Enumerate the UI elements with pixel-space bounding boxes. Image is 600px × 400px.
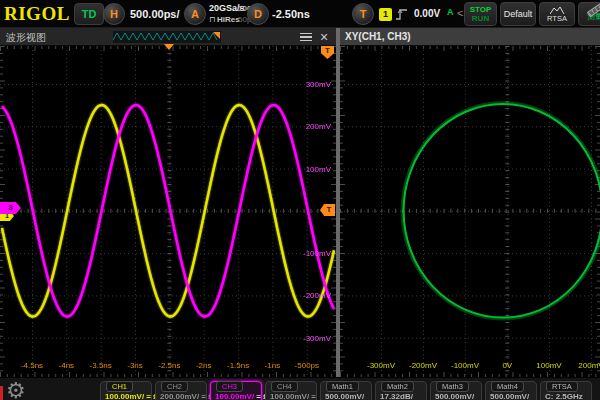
time-axis-label: -500ps (295, 361, 319, 370)
close-icon[interactable]: × (316, 29, 332, 45)
scale-text: 100.00mV/ (270, 392, 309, 400)
oscilloscope-screen: RIGOL TD H 500.00ps/ A 20GSa/s ⊓ HiRes 1… (0, 0, 600, 400)
time-axis-label: -1.5ns (227, 361, 249, 370)
menu-icon[interactable] (298, 31, 314, 43)
xy-axis-label: -300mV (367, 361, 395, 370)
channel-tab: Math4 (491, 381, 524, 392)
xy-axis-label: 100mV (536, 361, 561, 370)
timebase-value[interactable]: 500.00ps/ (130, 8, 180, 20)
channel-scale-value: 200.00mV/= Ω (160, 392, 214, 400)
stop-run-button[interactable]: STOP RUN (464, 2, 497, 26)
channel-scale-value: 100.00mV/= (270, 392, 316, 400)
channel-box-ch4[interactable]: CH4100.00mV/= (265, 381, 317, 400)
channel-box-math1[interactable]: Math1500.00mV/ (320, 381, 372, 400)
channel-box-rtsa[interactable]: RTSAC: 2.5GHz (540, 381, 592, 400)
collapse-chevron[interactable]: < (457, 7, 463, 19)
coupling-impedance-text: = (311, 392, 316, 400)
acq-mode: HiRes (217, 15, 240, 24)
time-axis-label: -2.5ns (158, 361, 180, 370)
trigger-status-button[interactable]: TD (74, 3, 104, 25)
delay-knob[interactable]: D (247, 3, 269, 25)
channel-scale-value: 100.00mV/= Ω (215, 392, 269, 400)
xy-axis-label: 200mV (578, 361, 600, 370)
time-axis-label: -3ns (127, 361, 143, 370)
scale-text: 200.00mV/ (160, 392, 199, 400)
xy-axis-label: -100mV (451, 361, 479, 370)
rtsa-button[interactable]: RTSA (539, 2, 575, 26)
header-bar: RIGOL TD H 500.00ps/ A 20GSa/s ⊓ HiRes 1… (0, 0, 600, 28)
xy-axis-label: -200mV (409, 361, 437, 370)
time-axis-label: -1ns (265, 361, 281, 370)
rtsa-label: RTSA (547, 15, 567, 23)
xyview-title: XY(CH1, CH3) (345, 31, 411, 42)
measure-button[interactable]: 测量 (578, 2, 600, 26)
time-axis-label: -4ns (59, 361, 75, 370)
status-bar: ⚙ CH1100.00mV/= ΩCH2200.00mV/= ΩCH3100.0… (0, 377, 600, 400)
run-label: RUN (472, 14, 489, 23)
scale-text: 500.00mV/ (490, 392, 529, 400)
channel-box-math3[interactable]: Math3500.00mV/ (430, 381, 482, 400)
channel-scale-value: 500.00mV/ (435, 392, 476, 400)
time-axis-label: -3.5ns (90, 361, 112, 370)
trigger-knob[interactable]: T (352, 3, 374, 25)
channel-tab: Math2 (381, 381, 414, 392)
channel-scale-value: 500.00mV/ (325, 392, 366, 400)
scale-text: 500.00mV/ (435, 392, 474, 400)
channel-tab: CH4 (271, 381, 298, 392)
default-button[interactable]: Default (500, 2, 536, 26)
channel-box-math2[interactable]: Math217.32dB/ (375, 381, 427, 400)
horizontal-position-indicator (164, 44, 174, 50)
scale-text: 100.00mV/ (215, 392, 254, 400)
voltage-axis-label: 300mV (293, 80, 331, 89)
channel-tab: CH3 (216, 381, 243, 392)
rigol-logo: RIGOL (4, 3, 70, 25)
time-axis-label: -4.5ns (21, 361, 43, 370)
gear-icon[interactable]: ⚙ (6, 378, 26, 400)
voltage-axis-label: -100mV (293, 249, 331, 258)
channel-tab: Math1 (326, 381, 359, 392)
scale-text: 17.32dB/ (380, 392, 413, 400)
waveform-preview-strip[interactable] (113, 31, 221, 43)
channel-scale-value: C: 2.5GHz (545, 392, 585, 400)
time-axis-label: -2ns (196, 361, 212, 370)
channel-box-ch3[interactable]: CH3100.00mV/= Ω (210, 381, 262, 400)
waveview-title: 波形视图 (6, 31, 46, 45)
xyview-titlebar: XY(CH1, CH3) (340, 28, 600, 46)
delay-value[interactable]: -2.50ns (272, 8, 310, 20)
stop-label: STOP (470, 5, 492, 14)
trigger-source-badge[interactable]: 1 (379, 8, 392, 21)
rising-edge-icon (395, 7, 408, 21)
channel-box-ch2[interactable]: CH2200.00mV/= Ω (155, 381, 207, 400)
trigger-level-value[interactable]: 0.00V (414, 8, 440, 19)
channel-tab: RTSA (546, 381, 578, 392)
edge-indicator (0, 386, 3, 400)
scale-text: 100.00mV/ (105, 392, 144, 400)
hires-icon: ⊓ (209, 15, 215, 24)
channel-tab: Math3 (436, 381, 469, 392)
scale-text: 500.00mV/ (325, 392, 364, 400)
scale-text: C: 2.5GHz (545, 392, 583, 400)
acquire-knob[interactable]: A (184, 3, 206, 25)
channel-scale-value: 17.32dB/ (380, 392, 415, 400)
voltage-axis-label: -200mV (293, 291, 331, 300)
channel-tab: CH2 (161, 381, 188, 392)
channel-box-ch1[interactable]: CH1100.00mV/= Ω (100, 381, 152, 400)
trigger-sweep-mode: A (447, 8, 454, 17)
xy-axis-label: 0V (502, 361, 512, 370)
channel-tab: CH1 (106, 381, 133, 392)
xy-display[interactable] (340, 46, 600, 377)
voltage-axis-label: 200mV (293, 122, 331, 131)
channel-scale-value: 100.00mV/= Ω (105, 392, 159, 400)
voltage-axis-label: 100mV (293, 165, 331, 174)
channel-scale-value: 500.00mV/ (490, 392, 531, 400)
horizontal-knob[interactable]: H (103, 3, 125, 25)
channel-box-math4[interactable]: Math4500.00mV/ (485, 381, 537, 400)
waveform-display[interactable] (0, 46, 336, 377)
voltage-axis-label: -300mV (293, 334, 331, 343)
